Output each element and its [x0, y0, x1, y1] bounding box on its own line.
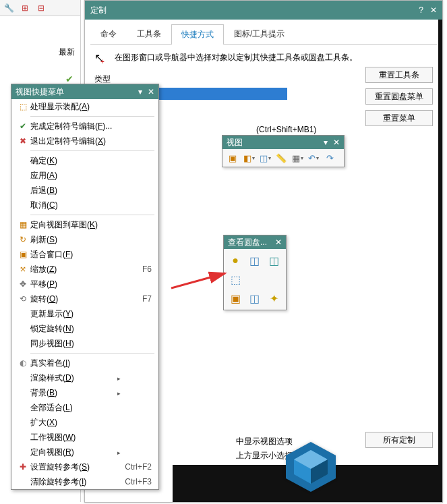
submenu-arrow-icon — [117, 373, 121, 383]
ctx-item[interactable]: 确定(K) — [11, 153, 158, 168]
▣-icon: ▣ — [16, 250, 30, 259]
svg-line-4 — [171, 273, 225, 288]
ctx-item-label: 真实着色(I) — [30, 358, 121, 369]
all-customize-button[interactable]: 所有定制 — [365, 432, 433, 448]
separator — [30, 116, 154, 117]
ctx-shortcut: Ctrl+F3 — [121, 477, 154, 486]
ctx-item-label: 旋转(O) — [30, 293, 121, 305]
tab-bar: 命令 工具条 快捷方式 图标/工具提示 — [90, 24, 437, 45]
ft-min-icon[interactable]: ▾ — [324, 138, 328, 147]
✔-icon: ✔ — [16, 121, 30, 131]
▦-icon: ▦ — [16, 220, 30, 229]
ctx-item-label: 全部适合(L) — [30, 402, 121, 414]
ctx-item[interactable]: 取消(C) — [11, 198, 158, 213]
tab-icons[interactable]: 图标/工具提示 — [224, 24, 295, 44]
ctx-item[interactable]: ✖退出定制符号编辑(X) — [11, 134, 158, 148]
axis-icon[interactable]: ✦ — [266, 291, 281, 306]
box-teal-icon[interactable]: ◫ — [266, 253, 281, 268]
✚-icon: ✚ — [16, 462, 30, 472]
reset-disc-button[interactable]: 重置圆盘菜单 — [365, 88, 433, 105]
ctx-item[interactable]: 扩大(X) — [11, 415, 158, 430]
close-button[interactable]: ✕ — [430, 5, 437, 15]
ft-close-icon[interactable]: ✕ — [333, 138, 340, 147]
↻-icon: ↻ — [16, 235, 30, 244]
tab-commands[interactable]: 命令 — [90, 24, 127, 44]
ctx-item[interactable]: 工作视图(W) — [11, 430, 158, 445]
ctx-item-label: 扩大(X) — [30, 417, 121, 428]
tab-toolbars[interactable]: 工具条 — [127, 24, 171, 44]
ctx-item[interactable]: ✚设置旋转参考(S)Ctrl+F2 — [11, 459, 158, 474]
icon-popup-title: 查看圆盘... — [228, 237, 267, 248]
ruler-icon[interactable]: 📏 — [275, 152, 287, 164]
box-blue-icon[interactable]: ◫ — [247, 253, 262, 268]
ctx-item[interactable]: ⬚处理显示装配(A) — [11, 99, 158, 114]
sphere-icon[interactable]: ● — [228, 253, 243, 268]
ctx-item[interactable]: ⤧缩放(Z)F6 — [11, 262, 158, 277]
ctx-item[interactable]: 锁定旋转(N) — [11, 321, 158, 336]
⬚-icon: ⬚ — [16, 102, 30, 111]
tab-shortcuts[interactable]: 快捷方式 — [171, 24, 224, 45]
ctx-item[interactable]: 渲染样式(D) — [11, 370, 158, 385]
ctx-item-label: 后退(B) — [30, 185, 121, 196]
ctx-dropdown-icon[interactable]: ▾ — [138, 87, 142, 96]
float-toolbar-title: 视图 — [227, 137, 243, 148]
ctx-item[interactable]: 背景(B) — [11, 385, 158, 400]
ctx-item-label: 处理显示装配(A) — [30, 101, 121, 113]
ctx-item-label: 工作视图(W) — [30, 432, 121, 443]
ctx-item[interactable]: ✥平移(P) — [11, 277, 158, 291]
fit-window-icon[interactable]: ▣ — [227, 152, 239, 164]
ctx-item[interactable]: 同步视图(H) — [11, 336, 158, 351]
ctx-item-label: 定向视图到草图(K) — [30, 219, 121, 231]
context-menu-title: 视图快捷菜单 — [16, 86, 64, 98]
ctx-item[interactable]: 应用(A) — [11, 168, 158, 183]
separator — [30, 353, 154, 354]
ctx-item[interactable]: ◐真实着色(I) — [11, 356, 158, 370]
undo-icon[interactable]: ↶ — [307, 152, 320, 164]
ctx-item[interactable]: 后退(B) — [11, 183, 158, 198]
ctx-close-icon[interactable]: ✕ — [148, 87, 154, 96]
toolbar-icon-2[interactable]: ⊞ — [19, 2, 31, 14]
ctx-item-label: 定向视图(R) — [30, 447, 117, 458]
ctx-item-label: 完成定制符号编辑(F)... — [30, 121, 121, 132]
ctx-item[interactable]: ▣适合窗口(F) — [11, 247, 158, 262]
ctx-item-label: 平移(P) — [30, 279, 121, 290]
ctx-item[interactable]: 全部适合(L) — [11, 400, 158, 415]
⤧-icon: ⤧ — [16, 264, 30, 274]
ctx-item-label: 清除旋转参考(I) — [30, 476, 121, 488]
plane-icon[interactable]: ◧ — [243, 152, 255, 164]
ctx-item[interactable]: ⟲旋转(O)F7 — [11, 291, 158, 306]
ctx-item[interactable]: ↻刷新(S) — [11, 232, 158, 247]
left-label: 最新 — [59, 47, 75, 58]
reset-toolbar-button[interactable]: 重置工具条 — [365, 67, 433, 83]
ctx-item[interactable]: 清除旋转参考(I)Ctrl+F3 — [11, 474, 158, 489]
toolbar-icon-3[interactable]: ⊟ — [35, 2, 47, 14]
reset-menu-button[interactable]: 重置菜单 — [365, 110, 433, 126]
ctx-item[interactable]: 定向视图(R) — [11, 445, 158, 459]
submenu-arrow-icon — [117, 447, 121, 457]
ctx-shortcut: F7 — [121, 294, 154, 304]
toolbar-icon-1[interactable]: 🔧 — [3, 2, 15, 14]
ctx-item[interactable]: 更新显示(Y) — [11, 306, 158, 321]
ip-close-icon[interactable]: ✕ — [275, 237, 282, 247]
info-text: 在图形窗口或导航器中选择对象以定制其快捷工具条或圆盘工具条。 — [115, 52, 357, 63]
empty-slot-1 — [247, 272, 262, 287]
view-toolbar: 视图 ▾ ✕ ▣ ◧ ◫ 📏 ▦ ↶ ↷ — [222, 135, 345, 167]
help-button[interactable]: ? — [419, 5, 423, 15]
redo-icon[interactable]: ↷ — [324, 152, 336, 164]
hex-logo — [280, 439, 341, 495]
ctx-item-label: 背景(B) — [30, 387, 117, 399]
✖-icon: ✖ — [16, 136, 30, 146]
ctx-item[interactable]: ▦定向视图到草图(K) — [11, 217, 158, 232]
view-context-menu: 视图快捷菜单 ▾ ✕ ⬚处理显示装配(A)✔完成定制符号编辑(F)...✖退出定… — [11, 84, 159, 490]
◐-icon: ◐ — [16, 358, 30, 368]
grid-icon[interactable]: ▦ — [291, 152, 303, 164]
ctx-shortcut: F6 — [121, 264, 154, 274]
separator — [30, 150, 154, 151]
red-arrow-annotation — [169, 267, 236, 296]
ctx-item-label: 同步视图(H) — [30, 338, 121, 349]
✥-icon: ✥ — [16, 279, 30, 289]
cube-icon[interactable]: ◫ — [259, 152, 271, 164]
ctx-item-label: 应用(A) — [30, 170, 121, 181]
box2-icon[interactable]: ◫ — [247, 291, 262, 306]
ctx-item[interactable]: ✔完成定制符号编辑(F)... — [11, 119, 158, 134]
